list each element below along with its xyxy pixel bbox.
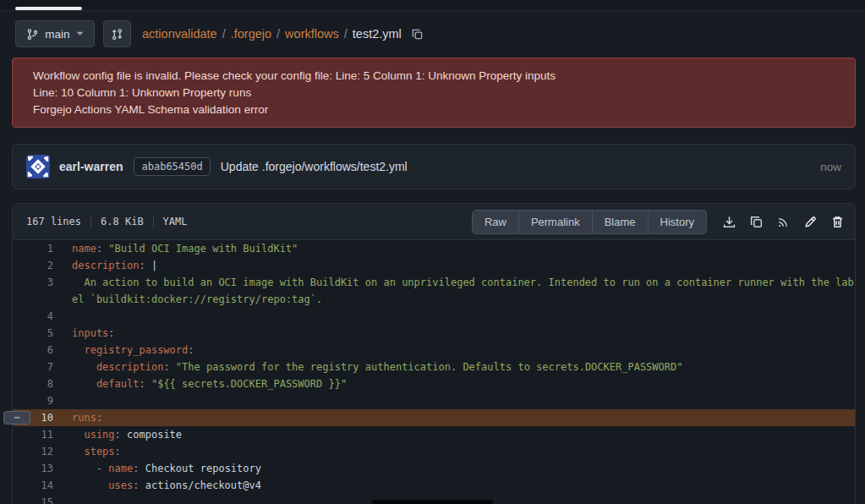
breadcrumb-current-file: test2.yml bbox=[353, 27, 402, 41]
branch-name: main bbox=[45, 28, 69, 41]
git-compare-icon bbox=[111, 28, 123, 41]
line-number[interactable]: 8 bbox=[13, 375, 53, 392]
commit-author[interactable]: earl-warren bbox=[59, 160, 123, 173]
info-divider bbox=[90, 215, 91, 228]
os-gesture-bar bbox=[372, 500, 493, 504]
line-number[interactable]: 4 bbox=[13, 308, 53, 325]
code-text: runs: bbox=[72, 412, 102, 424]
line-number[interactable]: 2 bbox=[13, 257, 53, 274]
code-text: inputs: bbox=[72, 327, 115, 339]
file-nav-row: main actionvalidate / .forgejo / workflo… bbox=[15, 20, 856, 47]
code-line-11: 11 using: composite bbox=[13, 426, 855, 443]
file-header: 167 lines 6.8 KiB YAML Raw Permalink Bla… bbox=[13, 204, 855, 240]
line-number[interactable]: 7 bbox=[13, 359, 53, 375]
code-line-7: 7 description: "The password for the reg… bbox=[13, 359, 855, 375]
permalink-button[interactable]: Permalink bbox=[518, 211, 592, 233]
tab-bar-bottom-strip bbox=[0, 0, 865, 11]
file-action-icons bbox=[722, 215, 845, 229]
code-line-1: 1name: "Build OCI Image with BuildKit" bbox=[13, 240, 855, 257]
line-number[interactable]: 12 bbox=[13, 443, 53, 460]
code-line-6: 6 registry_password: bbox=[13, 342, 855, 359]
code-line-wrap: el `buildkit:docker://registry/repo:tag`… bbox=[13, 291, 855, 308]
file-language: YAML bbox=[163, 216, 188, 227]
code-text: - name: Checkout repository bbox=[72, 463, 261, 474]
line-number[interactable]: 6 bbox=[13, 342, 53, 359]
edit-pencil-icon[interactable] bbox=[803, 215, 818, 229]
code-lines: 1name: "Build OCI Image with BuildKit"2d… bbox=[13, 240, 855, 504]
commit-time: now bbox=[820, 161, 841, 173]
expand-context-button[interactable]: ⋯ bbox=[3, 411, 30, 425]
workflow-error-banner: Workflow config file is invalid. Please … bbox=[12, 58, 856, 128]
error-line-1: Workflow config file is invalid. Please … bbox=[33, 68, 835, 85]
download-icon[interactable] bbox=[722, 215, 736, 229]
code-text: registry_password: bbox=[72, 344, 194, 356]
code-text: description: "The password for the regis… bbox=[72, 361, 682, 373]
active-tab-underline bbox=[15, 7, 82, 10]
file-lines-count: 167 lines bbox=[26, 216, 81, 227]
delete-trash-icon[interactable] bbox=[830, 215, 845, 229]
line-number[interactable]: 13 bbox=[13, 460, 53, 477]
error-line-3: Forgejo Actions YAML Schema validation e… bbox=[33, 101, 835, 118]
breadcrumb-separator: / bbox=[344, 27, 348, 41]
code-text: default: "${{ secrets.DOCKER_PASSWORD }}… bbox=[72, 378, 347, 390]
chevron-down-icon bbox=[76, 31, 84, 36]
latest-commit-box: earl-warren abab65450d Update .forgejo/w… bbox=[12, 144, 856, 189]
code-text: steps: bbox=[72, 446, 121, 457]
code-line-9: 9 bbox=[13, 392, 855, 409]
code-text: using: composite bbox=[72, 429, 182, 441]
code-text: An action to build an OCI image with Bui… bbox=[72, 277, 854, 288]
compare-branches-button[interactable] bbox=[103, 20, 131, 47]
branch-selector-button[interactable]: main bbox=[15, 20, 95, 47]
code-line-4: 4 bbox=[13, 308, 855, 325]
breadcrumb-repo-link[interactable]: actionvalidate bbox=[142, 27, 217, 41]
git-branch-icon bbox=[26, 28, 39, 41]
file-view-button-group: Raw Permalink Blame History bbox=[472, 210, 707, 234]
copy-path-icon[interactable] bbox=[411, 28, 424, 41]
raw-button[interactable]: Raw bbox=[473, 211, 518, 233]
code-line-14: 14 uses: actions/checkout@v4 bbox=[13, 477, 855, 494]
file-size: 6.8 KiB bbox=[101, 216, 144, 227]
breadcrumb: actionvalidate / .forgejo / workflows / … bbox=[142, 27, 424, 41]
history-button[interactable]: History bbox=[648, 211, 706, 233]
commit-message: Update .forgejo/workflows/test2.yml bbox=[221, 160, 408, 173]
file-view-box: 167 lines 6.8 KiB YAML Raw Permalink Bla… bbox=[12, 203, 856, 504]
code-text: el `buildkit:docker://registry/repo:tag`… bbox=[72, 293, 322, 305]
breadcrumb-separator: / bbox=[222, 27, 226, 41]
code-line-10: ⋯10runs: bbox=[13, 409, 855, 426]
line-number[interactable]: 1 bbox=[13, 240, 53, 257]
commit-sha-badge[interactable]: abab65450d bbox=[134, 157, 210, 176]
line-number[interactable]: 15 bbox=[13, 494, 53, 504]
code-line-13: 13 - name: Checkout repository bbox=[13, 460, 855, 477]
breadcrumb-separator: / bbox=[276, 27, 280, 41]
line-number[interactable]: 9 bbox=[13, 392, 53, 409]
code-line-8: 8 default: "${{ secrets.DOCKER_PASSWORD … bbox=[13, 375, 855, 392]
copy-icon[interactable] bbox=[749, 215, 764, 229]
line-number[interactable]: 5 bbox=[13, 325, 53, 342]
line-number[interactable]: 11 bbox=[13, 426, 53, 443]
code-line-12: 12 steps: bbox=[13, 443, 855, 460]
info-divider bbox=[153, 215, 154, 228]
code-text: description: | bbox=[72, 260, 157, 271]
code-line-5: 5inputs: bbox=[13, 325, 855, 342]
line-number[interactable]: 14 bbox=[13, 477, 53, 494]
line-number[interactable]: 3 bbox=[13, 274, 53, 291]
breadcrumb-dir-workflows-link[interactable]: workflows bbox=[285, 27, 339, 41]
code-text: uses: actions/checkout@v4 bbox=[72, 479, 261, 491]
code-line-3: 3 An action to build an OCI image with B… bbox=[13, 274, 855, 291]
blame-button[interactable]: Blame bbox=[592, 211, 648, 233]
code-text: name: "Build OCI Image with BuildKit" bbox=[72, 243, 298, 255]
rss-feed-icon[interactable] bbox=[776, 215, 791, 229]
error-line-2: Line: 10 Column 1: Unknown Property runs bbox=[33, 85, 835, 101]
avatar[interactable] bbox=[26, 155, 50, 178]
code-line-2: 2description: | bbox=[13, 257, 855, 274]
file-info: 167 lines 6.8 KiB YAML bbox=[26, 215, 188, 228]
breadcrumb-dir-forgejo-link[interactable]: .forgejo bbox=[231, 27, 271, 41]
